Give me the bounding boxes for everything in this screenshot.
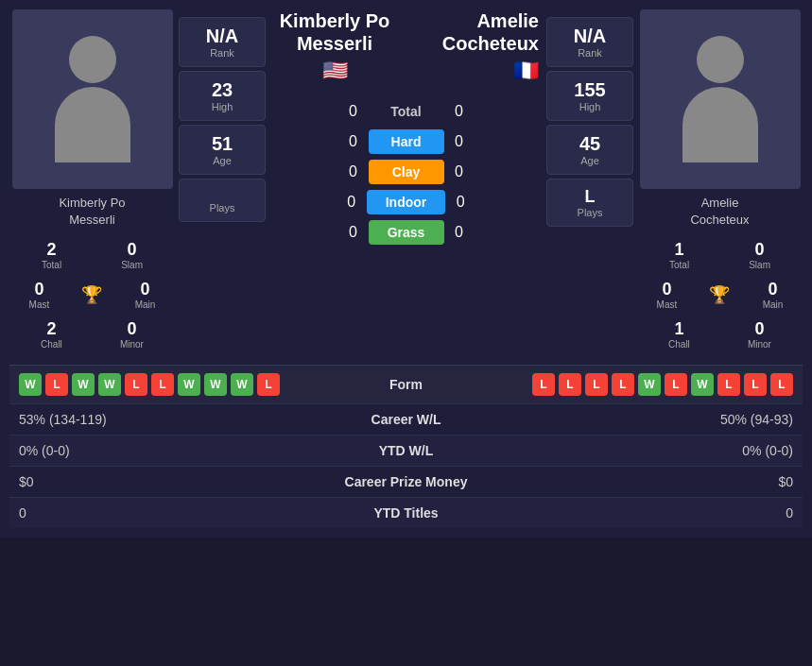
form-badge: W: [72, 373, 95, 396]
right-player-header: Amelie Cocheteux 🇫🇷: [416, 9, 539, 83]
left-rank-box: N/A Rank: [179, 17, 266, 67]
center-col: Kimberly Po Messerli 🇺🇸 Amelie Cocheteux…: [269, 9, 543, 355]
surface-grass-row: 0 Grass 0: [344, 220, 469, 245]
stat-left-value: 0: [19, 505, 312, 521]
form-badge: W: [178, 373, 200, 396]
surface-indoor-row: 0 Indoor 0: [342, 190, 471, 214]
stat-label: YTD Titles: [312, 505, 501, 521]
left-stat-mast: 0 Mast: [27, 276, 52, 314]
main-grid: Kimberly Po Messerli 2 Total 0 Slam: [9, 9, 803, 355]
right-stat-total: 1 Total: [667, 236, 691, 274]
stat-right-value: 50% (94-93): [501, 412, 794, 427]
left-stat-chall: 2 Chall: [39, 316, 64, 353]
form-badge: W: [638, 373, 661, 396]
left-flag: 🇺🇸: [322, 59, 348, 83]
stat-label: Career W/L: [312, 412, 501, 427]
form-badge: W: [231, 373, 253, 396]
right-info-col: N/A Rank 155 High 45 Age L Plays: [543, 17, 637, 355]
form-badge: L: [151, 373, 174, 396]
left-player-header: Kimberly Po Messerli 🇺🇸: [273, 9, 396, 83]
right-rank-box: N/A Rank: [546, 17, 633, 67]
right-plays-box: L Plays: [546, 179, 633, 227]
left-high-box: 23 High: [179, 71, 266, 121]
stats-row: 0% (0-0) YTD W/L 0% (0-0): [9, 435, 803, 466]
form-badge: L: [257, 373, 280, 396]
right-age-box: 45 Age: [546, 125, 633, 175]
surface-total-row: 0 Total 0: [344, 99, 469, 124]
left-trophy-icon: 🏆: [81, 284, 102, 305]
right-stat-minor: 0 Minor: [746, 316, 773, 353]
left-stat-slam: 0 Slam: [119, 236, 145, 274]
stat-label: Career Prize Money: [312, 474, 501, 489]
bottom-stats: 53% (134-119) Career W/L 50% (94-93) 0% …: [9, 403, 803, 528]
form-badge: W: [691, 373, 714, 396]
form-badge: L: [717, 373, 740, 396]
left-person-shape: [55, 9, 130, 189]
stats-row: 53% (134-119) Career W/L 50% (94-93): [9, 403, 803, 435]
right-stat-chall: 1 Chall: [666, 316, 692, 353]
left-stat-main: 0 Main: [133, 276, 158, 314]
left-plays-box: Plays: [179, 179, 266, 222]
right-high-box: 155 High: [546, 71, 633, 121]
right-stats-grid: 1 Total 0 Slam 0 Mast 🏆 0: [640, 236, 801, 355]
form-badge: L: [665, 373, 687, 396]
player-headers: Kimberly Po Messerli 🇺🇸 Amelie Cocheteux…: [273, 9, 539, 91]
stat-right-value: 0% (0-0): [501, 443, 794, 458]
stat-left-value: $0: [19, 474, 312, 489]
left-info-col: N/A Rank 23 High 51 Age Plays: [175, 17, 269, 355]
form-label: Form: [350, 377, 463, 392]
left-player-name: Kimberly Po Messerli: [59, 195, 125, 229]
left-stat-total: 2 Total: [40, 236, 63, 274]
right-person-shape: [682, 9, 758, 189]
left-player-card: Kimberly Po Messerli 2 Total 0 Slam: [9, 9, 175, 355]
right-person-head: [697, 36, 744, 83]
stats-row: 0 YTD Titles 0: [9, 497, 803, 528]
right-trophy-icon: 🏆: [709, 284, 730, 305]
left-form: WLWWLLWWWL: [19, 373, 350, 396]
stats-row: $0 Career Prize Money $0: [9, 466, 803, 497]
form-badge: W: [19, 373, 42, 396]
main-container: Kimberly Po Messerli 2 Total 0 Slam: [0, 0, 812, 538]
right-stat-mast: 0 Mast: [655, 276, 680, 314]
form-badge: L: [559, 373, 581, 396]
stat-left-value: 0% (0-0): [19, 443, 312, 458]
right-stat-slam: 0 Slam: [747, 236, 772, 274]
right-player-card: Amelie Cocheteux 1 Total 0 Slam: [637, 9, 803, 355]
right-flag: 🇫🇷: [513, 59, 539, 83]
form-section: WLWWLLWWWL Form LLLLWLWLLL: [9, 365, 803, 403]
stat-label: YTD W/L: [312, 443, 501, 458]
left-avatar: [12, 9, 173, 189]
form-badge: L: [125, 373, 147, 396]
form-badge: L: [744, 373, 767, 396]
form-badge: L: [770, 373, 793, 396]
left-person-body: [55, 87, 130, 162]
form-badge: W: [98, 373, 121, 396]
form-badge: W: [204, 373, 227, 396]
right-form: LLLLWLWLLL: [463, 373, 794, 396]
surface-clay-row: 0 Clay 0: [344, 160, 469, 184]
form-badge: L: [612, 373, 634, 396]
left-age-box: 51 Age: [179, 125, 266, 175]
form-badge: L: [45, 373, 68, 396]
left-person-head: [69, 36, 116, 83]
form-badge: L: [532, 373, 555, 396]
right-person-body: [682, 87, 758, 162]
right-player-name: Amelie Cocheteux: [690, 195, 749, 229]
left-stats-grid: 2 Total 0 Slam 0 Mast 🏆 0: [12, 236, 173, 355]
surface-hard-row: 0 Hard 0: [344, 129, 469, 154]
form-badge: L: [585, 373, 608, 396]
stat-right-value: 0: [501, 505, 794, 521]
left-stat-minor: 0 Minor: [118, 316, 146, 353]
right-avatar: [640, 9, 801, 189]
right-stat-main: 0 Main: [761, 276, 786, 314]
stat-left-value: 53% (134-119): [19, 412, 312, 427]
stat-right-value: $0: [501, 474, 794, 489]
